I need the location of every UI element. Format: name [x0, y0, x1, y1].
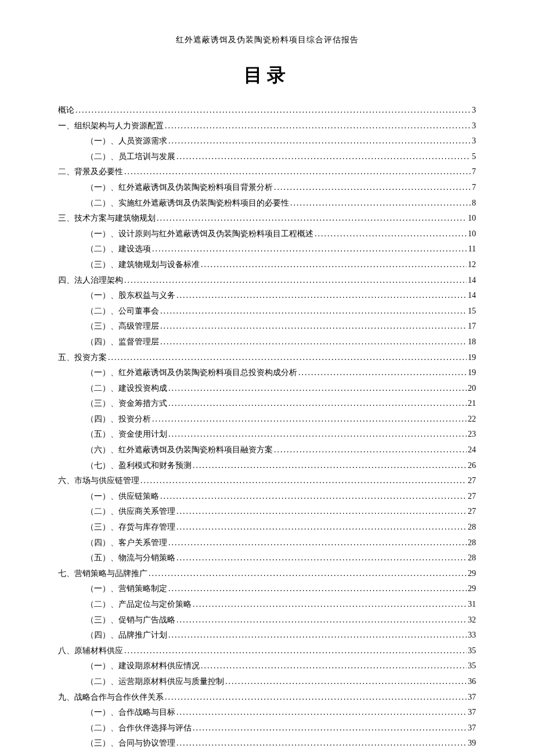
toc-entry-page: 21: [468, 396, 476, 412]
toc-entry[interactable]: 六、市场与供应链管理27: [58, 473, 476, 489]
toc-entry-text: （一）、设计原则与红外遮蔽诱饵及伪装陶瓷粉料项目工程概述: [86, 226, 313, 242]
toc-entry-text: （一）、股东权益与义务: [86, 288, 175, 304]
toc-entry[interactable]: （四）、品牌推广计划33: [58, 628, 476, 643]
toc-entry[interactable]: （四）、客户关系管理28: [58, 535, 476, 551]
toc-entry-page: 10: [468, 226, 476, 242]
toc-entry[interactable]: 二、背景及必要性7: [58, 164, 476, 180]
toc-leader-dots: [298, 365, 467, 381]
toc-entry[interactable]: （三）、建筑物规划与设备标准12: [58, 257, 476, 273]
toc-leader-dots: [225, 674, 467, 690]
toc-entry-text: （二）、产品定位与定价策略: [86, 597, 192, 613]
toc-leader-dots: [176, 504, 467, 520]
toc-entry[interactable]: （三）、合同与协议管理39: [58, 736, 476, 751]
toc-entry[interactable]: （五）、物流与分销策略28: [58, 550, 476, 566]
toc-leader-dots: [160, 489, 467, 505]
toc-leader-dots: [168, 581, 467, 597]
toc-entry-text: （五）、物流与分销策略: [86, 550, 175, 566]
toc-entry-page: 28: [468, 535, 476, 551]
toc-entry[interactable]: 八、原辅材料供应35: [58, 643, 476, 659]
toc-entry[interactable]: 五、投资方案19: [58, 350, 476, 366]
toc-leader-dots: [193, 458, 467, 474]
toc-title: 目录: [58, 63, 476, 88]
toc-entry[interactable]: （一）、设计原则与红外遮蔽诱饵及伪装陶瓷粉料项目工程概述10: [58, 226, 476, 242]
toc-entry[interactable]: （四）、投资分析22: [58, 412, 476, 427]
toc-entry-page: 36: [468, 674, 476, 690]
toc-entry[interactable]: （六）、红外遮蔽诱饵及伪装陶瓷粉料项目融资方案24: [58, 442, 476, 458]
toc-entry[interactable]: 七、营销策略与品牌推广29: [58, 566, 476, 582]
toc-entry-page: 26: [468, 458, 476, 474]
toc-entry-text: （一）、红外遮蔽诱饵及伪装陶瓷粉料项目总投资构成分析: [86, 365, 297, 381]
toc-leader-dots: [168, 396, 467, 412]
toc-entry-page: 14: [468, 288, 476, 304]
toc-entry-page: 35: [468, 643, 476, 659]
toc-entry[interactable]: （二）、合作伙伴选择与评估37: [58, 721, 476, 736]
toc-entry[interactable]: （二）、运营期原材料供应与质量控制36: [58, 674, 476, 690]
toc-entry[interactable]: （三）、高级管理层17: [58, 319, 476, 334]
toc-entry[interactable]: （三）、资金筹措方式21: [58, 396, 476, 412]
toc-entry-page: 3: [472, 103, 476, 118]
toc-entry[interactable]: （二）、员工培训与发展5: [58, 149, 476, 165]
toc-entry-page: 8: [472, 196, 476, 211]
toc-entry-text: （四）、客户关系管理: [86, 535, 167, 551]
toc-entry-page: 12: [468, 257, 476, 273]
toc-leader-dots: [168, 628, 467, 643]
toc-entry-text: （二）、员工培训与发展: [86, 149, 175, 165]
toc-entry-page: 37: [468, 690, 476, 705]
toc-entry[interactable]: （二）、建设投资构成20: [58, 381, 476, 397]
toc-entry[interactable]: （一）、供应链策略27: [58, 489, 476, 505]
toc-entry-text: （一）、红外遮蔽诱饵及伪装陶瓷粉料项目背景分析: [86, 180, 273, 196]
toc-leader-dots: [168, 427, 467, 442]
toc-entry[interactable]: （三）、存货与库存管理28: [58, 520, 476, 535]
toc-leader-dots: [168, 381, 467, 397]
toc-entry[interactable]: 九、战略合作与合作伙伴关系37: [58, 690, 476, 705]
toc-entry[interactable]: （一）、红外遮蔽诱饵及伪装陶瓷粉料项目总投资构成分析19: [58, 365, 476, 381]
toc-entry[interactable]: 一、组织架构与人力资源配置3: [58, 118, 476, 134]
toc-leader-dots: [165, 118, 471, 134]
toc-entry-page: 15: [468, 304, 476, 319]
toc-entry-page: 17: [468, 319, 476, 334]
toc-leader-dots: [152, 242, 467, 257]
toc-entry-page: 37: [468, 721, 476, 736]
toc-entry[interactable]: （一）、人员资源需求3: [58, 134, 476, 149]
toc-entry-text: （三）、促销与广告战略: [86, 613, 175, 628]
toc-entry-page: 27: [468, 489, 476, 505]
toc-entry[interactable]: （二）、实施红外遮蔽诱饵及伪装陶瓷粉料项目的必要性8: [58, 196, 476, 211]
toc-entry[interactable]: （二）、建设选项11: [58, 242, 476, 257]
toc-entry-page: 18: [468, 334, 476, 350]
toc-entry[interactable]: （七）、盈利模式和财务预测26: [58, 458, 476, 474]
toc-entry-page: 11: [468, 242, 476, 257]
toc-entry-page: 33: [468, 628, 476, 643]
toc-entry-text: （七）、盈利模式和财务预测: [86, 458, 192, 474]
toc-entry[interactable]: （五）、资金使用计划23: [58, 427, 476, 442]
toc-entry[interactable]: （二）、供应商关系管理27: [58, 504, 476, 520]
toc-entry[interactable]: （二）、产品定位与定价策略31: [58, 597, 476, 613]
toc-leader-dots: [176, 520, 467, 535]
toc-entry[interactable]: （一）、红外遮蔽诱饵及伪装陶瓷粉料项目背景分析7: [58, 180, 476, 196]
toc-leader-dots: [168, 134, 471, 149]
toc-entry[interactable]: （一）、股东权益与义务14: [58, 288, 476, 304]
toc-entry-page: 10: [468, 211, 476, 226]
toc-entry[interactable]: 三、技术方案与建筑物规划10: [58, 211, 476, 226]
toc-entry-page: 22: [468, 412, 476, 427]
toc-entry[interactable]: （一）、营销策略制定29: [58, 581, 476, 597]
toc-leader-dots: [75, 103, 471, 118]
toc-entry[interactable]: 四、法人治理架构14: [58, 273, 476, 289]
toc-leader-dots: [160, 304, 467, 319]
toc-leader-dots: [152, 412, 467, 427]
toc-entry-page: 5: [472, 149, 476, 165]
toc-entry[interactable]: 概论3: [58, 103, 476, 118]
toc-entry[interactable]: （四）、监督管理层18: [58, 334, 476, 350]
toc-entry[interactable]: （一）、建设期原材料供应情况35: [58, 658, 476, 674]
toc-leader-dots: [176, 550, 467, 566]
toc-entry-page: 3: [472, 134, 476, 149]
toc-leader-dots: [108, 350, 467, 366]
toc-entry-text: （三）、建筑物规划与设备标准: [86, 257, 200, 273]
toc-entry[interactable]: （一）、合作战略与目标37: [58, 705, 476, 721]
document-header: 红外遮蔽诱饵及伪装陶瓷粉料项目综合评估报告: [58, 35, 476, 45]
toc-leader-dots: [176, 149, 471, 165]
toc-entry[interactable]: （二）、公司董事会15: [58, 304, 476, 319]
toc-entry-text: （二）、建设投资构成: [86, 381, 167, 397]
toc-entry[interactable]: （三）、促销与广告战略32: [58, 613, 476, 628]
toc-entry-text: （一）、建设期原材料供应情况: [86, 658, 200, 674]
toc-entry-page: 39: [468, 736, 476, 751]
